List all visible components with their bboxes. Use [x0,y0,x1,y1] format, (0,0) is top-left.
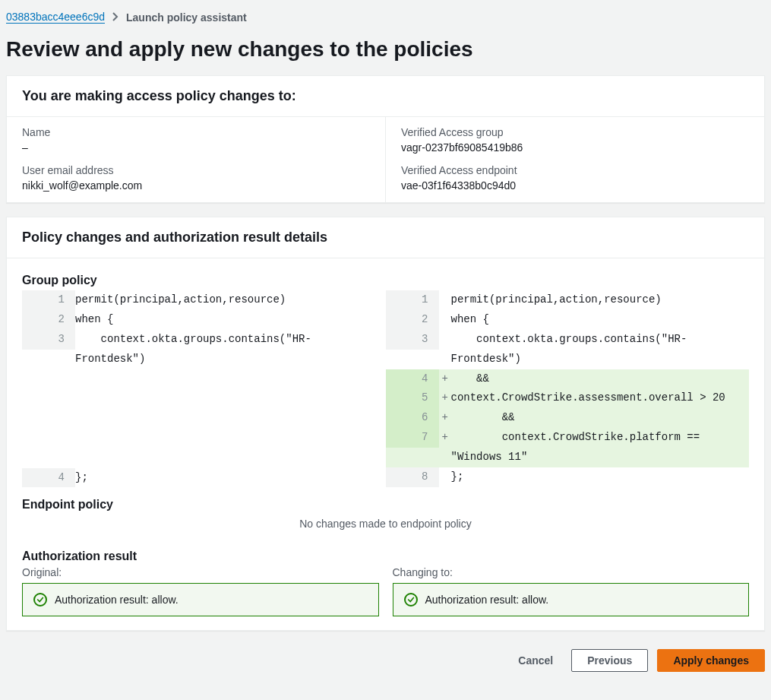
kv-column-right: Verified Access group vagr-0237bf6908541… [385,117,764,202]
auth-changing-label: Changing to: [393,566,750,578]
code-content: && [451,369,750,389]
footer-actions: Cancel Previous Apply changes [6,645,765,672]
diff-row: 1permit(principal,action,resource) [386,290,750,310]
auth-original-label: Original: [22,566,379,578]
chevron-right-icon [112,11,118,24]
diff-row: 1permit(principal,action,resource) [22,290,386,310]
code-content: }; [75,468,386,488]
line-number: 4 [386,369,439,389]
line-number: 7 [386,428,439,448]
diff-left-side: 1permit(principal,action,resource)2when … [22,290,386,487]
check-circle-icon [404,593,418,607]
diff-row: 6+ && [386,408,750,428]
line-number: 4 [22,468,75,488]
page-title: Review and apply new changes to the poli… [6,30,765,75]
code-content: when { [451,310,750,330]
breadcrumb: 03883bacc4eee6c9d Launch policy assistan… [6,0,765,30]
code-content: context.CrowdStrike.assessment.overall >… [451,388,750,408]
endpoint-no-changes: No changes made to endpoint policy [22,515,749,539]
diff-row [22,409,386,429]
group-value: vagr-0237bf69085419b86 [401,141,749,154]
diff-row [22,429,386,448]
diff-row [22,389,386,409]
breadcrumb-current: Launch policy assistant [126,11,247,24]
diff-marker: + [439,369,451,389]
diff-marker: + [439,388,451,408]
diff-marker: + [439,428,451,448]
diff-row: 2when { [22,310,386,330]
code-content: context.okta.groups.contains("HR-Frontde… [451,330,750,369]
diff-row: 2when { [386,310,750,330]
code-content: context.CrowdStrike.platform == "Windows… [451,428,750,467]
diff-marker: + [439,408,451,428]
line-number: 3 [22,330,75,350]
line-number: 5 [386,388,439,408]
kv-column-left: Name – User email address nikki_wolf@exa… [7,117,385,202]
apply-changes-button[interactable]: Apply changes [657,649,765,672]
auth-changing-result-text: Authorization result: allow. [425,594,549,606]
code-content: }; [451,467,750,487]
auth-original-result-box: Authorization result: allow. [22,583,379,616]
diff-row [22,448,386,468]
line-number: 1 [22,290,75,310]
endpoint-label: Verified Access endpoint [401,164,749,176]
endpoint-value: vae-03f1f64338b0c94d0 [401,179,749,192]
line-number: 1 [386,290,439,310]
previous-button[interactable]: Previous [571,649,648,672]
code-content: permit(principal,action,resource) [451,290,750,310]
access-policy-changes-panel: You are making access policy changes to:… [6,75,765,203]
endpoint-policy-title: Endpoint policy [22,498,749,512]
name-value: – [22,141,370,154]
panel-title: You are making access policy changes to: [7,76,764,117]
cancel-button[interactable]: Cancel [509,650,562,671]
line-number: 8 [386,467,439,487]
diff-right-side: 1permit(principal,action,resource)2when … [386,290,750,487]
code-content: permit(principal,action,resource) [75,290,386,310]
code-content: && [451,408,750,428]
policy-details-panel: Policy changes and authorization result … [6,217,765,631]
panel-title: Policy changes and authorization result … [7,217,764,258]
check-circle-icon [33,593,47,607]
diff-row: 7+ context.CrowdStrike.platform == "Wind… [386,428,750,467]
breadcrumb-resource-link[interactable]: 03883bacc4eee6c9d [6,11,105,24]
diff-row: 5+context.CrowdStrike.assessment.overall… [386,388,750,408]
diff-row: 4}; [22,468,386,488]
diff-row: 3 context.okta.groups.contains("HR-Front… [22,330,386,369]
line-number: 2 [22,310,75,330]
code-content: context.okta.groups.contains("HR-Frontde… [75,330,386,369]
email-label: User email address [22,164,370,176]
diff-row [22,369,386,389]
line-number: 2 [386,310,439,330]
name-label: Name [22,126,370,138]
group-policy-diff: 1permit(principal,action,resource)2when … [22,290,749,487]
auth-changing-result-box: Authorization result: allow. [393,583,750,616]
diff-row: 3 context.okta.groups.contains("HR-Front… [386,330,750,369]
line-number: 3 [386,330,439,350]
group-policy-title: Group policy [22,274,749,287]
diff-row: 4+ && [386,369,750,389]
auth-original-result-text: Authorization result: allow. [55,594,179,606]
email-value: nikki_wolf@example.com [22,179,370,192]
line-number: 6 [386,408,439,428]
auth-result-title: Authorization result [22,550,749,563]
group-label: Verified Access group [401,126,749,138]
diff-row: 8}; [386,467,750,487]
code-content: when { [75,310,386,330]
